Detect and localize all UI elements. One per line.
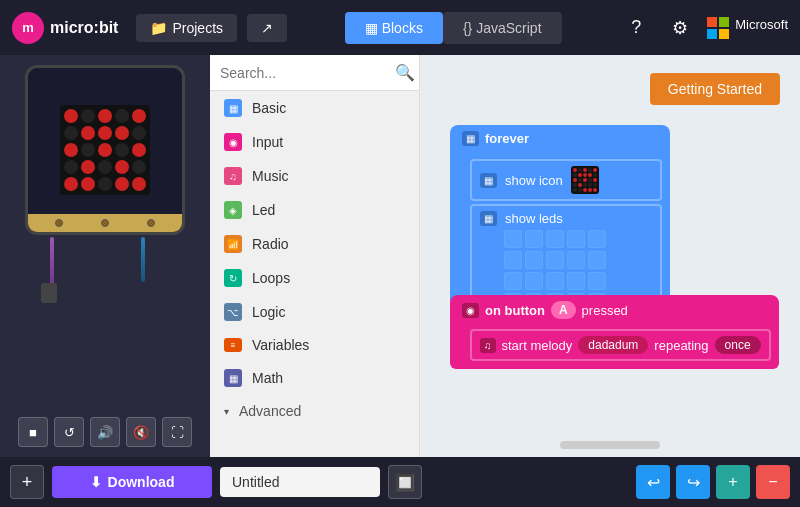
projects-button[interactable]: 📁 Projects xyxy=(136,14,237,42)
blocks-icon: ▦ xyxy=(365,20,382,36)
lc-2[interactable] xyxy=(525,230,543,248)
stop-button[interactable]: ■ xyxy=(18,417,48,447)
save-icon: 🔲 xyxy=(395,473,415,492)
on-button-label: on button xyxy=(485,303,545,318)
canvas-scrollbar[interactable] xyxy=(560,441,660,449)
toolbox-list: ▦ Basic ◉ Input ♫ Music ◈ Led 📶 Radio ↻ … xyxy=(210,91,419,457)
show-leds-label: show leds xyxy=(505,211,563,226)
tab-group: ▦ Blocks {} JavaScript xyxy=(297,12,609,44)
restart-button[interactable]: ↺ xyxy=(54,417,84,447)
toolbox-item-math[interactable]: ▦ Math xyxy=(210,361,419,395)
led-17 xyxy=(81,160,95,174)
lc-13[interactable] xyxy=(546,272,564,290)
forever-icon: ▦ xyxy=(462,131,479,146)
led-22 xyxy=(81,177,95,191)
microsoft-logo[interactable]: Microsoft xyxy=(707,17,788,39)
logic-icon: ⌥ xyxy=(224,303,242,321)
lc-7[interactable] xyxy=(525,251,543,269)
search-input[interactable] xyxy=(220,65,395,81)
add-file-button[interactable]: + xyxy=(10,465,44,499)
led-icon: ◈ xyxy=(224,201,242,219)
button-a-badge[interactable]: A xyxy=(551,301,576,319)
button-pressed-block[interactable]: ◉ on button A pressed ♫ start melody dad… xyxy=(450,295,779,369)
lc-12[interactable] xyxy=(525,272,543,290)
show-icon-block[interactable]: ▦ show icon xyxy=(470,159,662,201)
zoom-out-button[interactable]: − xyxy=(756,465,790,499)
undo-button[interactable]: ↩ xyxy=(636,465,670,499)
repeat-type-badge[interactable]: once xyxy=(715,336,761,354)
bottom-bar: + ⬇ Download 🔲 ↩ ↪ + − xyxy=(0,457,800,507)
lc-6[interactable] xyxy=(504,251,522,269)
lc-9[interactable] xyxy=(567,251,585,269)
loops-label: Loops xyxy=(252,270,290,286)
projects-label: Projects xyxy=(172,20,223,36)
variables-icon: ≡ xyxy=(224,338,242,352)
help-button[interactable]: ? xyxy=(619,11,653,45)
led-18 xyxy=(98,160,112,174)
melody-icon: ♫ xyxy=(480,338,496,353)
lc-10[interactable] xyxy=(588,251,606,269)
tab-javascript[interactable]: {} JavaScript xyxy=(443,12,562,44)
led-13 xyxy=(98,143,112,157)
lc-5[interactable] xyxy=(588,230,606,248)
toolbox-item-input[interactable]: ◉ Input xyxy=(210,125,419,159)
lc-1[interactable] xyxy=(504,230,522,248)
basic-label: Basic xyxy=(252,100,286,116)
tab-blocks[interactable]: ▦ Blocks xyxy=(345,12,443,44)
header: m micro:bit 📁 Projects ↗ ▦ Blocks {} Jav… xyxy=(0,0,800,55)
forever-label: forever xyxy=(485,131,529,146)
toolbox-item-radio[interactable]: 📶 Radio xyxy=(210,227,419,261)
share-icon: ↗ xyxy=(261,20,273,36)
button-pressed-header: ◉ on button A pressed xyxy=(450,295,779,325)
melody-block[interactable]: ♫ start melody dadadum repeating once xyxy=(470,329,771,361)
fullscreen-button[interactable]: ⛶ xyxy=(162,417,192,447)
header-right: ? ⚙ Microsoft xyxy=(619,11,788,45)
melody-name-badge[interactable]: dadadum xyxy=(578,336,648,354)
js-icon: {} xyxy=(463,20,476,36)
toolbox-item-advanced[interactable]: ▾ Advanced xyxy=(210,395,419,427)
sim-controls: ■ ↺ 🔊 🔇 ⛶ xyxy=(18,409,192,447)
toolbox-item-variables[interactable]: ≡ Variables xyxy=(210,329,419,361)
lc-3[interactable] xyxy=(546,230,564,248)
forever-header: ▦ forever xyxy=(450,125,670,152)
wire-area xyxy=(25,237,185,307)
pin-0 xyxy=(55,219,63,227)
toolbox-item-music[interactable]: ♫ Music xyxy=(210,159,419,193)
pin-1 xyxy=(101,219,109,227)
led-4 xyxy=(115,109,129,123)
logo-area: m micro:bit xyxy=(12,12,118,44)
mute-button[interactable]: 🔊 xyxy=(90,417,120,447)
folder-icon: 📁 xyxy=(150,20,167,36)
download-button[interactable]: ⬇ Download xyxy=(52,466,212,498)
pin-row xyxy=(28,214,182,232)
lc-11[interactable] xyxy=(504,272,522,290)
led-9 xyxy=(115,126,129,140)
led-6 xyxy=(64,126,78,140)
toolbox-item-logic[interactable]: ⌥ Logic xyxy=(210,295,419,329)
lc-14[interactable] xyxy=(567,272,585,290)
lc-15[interactable] xyxy=(588,272,606,290)
led-label: Led xyxy=(252,202,275,218)
project-name-input[interactable] xyxy=(220,467,380,497)
toolbox-item-led[interactable]: ◈ Led xyxy=(210,193,419,227)
share-button[interactable]: ↗ xyxy=(247,14,287,42)
volume-button[interactable]: 🔇 xyxy=(126,417,156,447)
settings-button[interactable]: ⚙ xyxy=(663,11,697,45)
microbit-device xyxy=(25,65,185,235)
toolbox-item-loops[interactable]: ↻ Loops xyxy=(210,261,419,295)
getting-started-button[interactable]: Getting Started xyxy=(650,73,780,105)
pressed-label: pressed xyxy=(582,303,628,318)
canvas-area[interactable]: Getting Started ▦ forever ▦ show icon xyxy=(420,55,800,457)
toolbox-item-basic[interactable]: ▦ Basic xyxy=(210,91,419,125)
project-save-button[interactable]: 🔲 xyxy=(388,465,422,499)
led-7 xyxy=(81,126,95,140)
zoom-in-button[interactable]: + xyxy=(716,465,750,499)
redo-button[interactable]: ↪ xyxy=(676,465,710,499)
led-15 xyxy=(132,143,146,157)
logic-label: Logic xyxy=(252,304,285,320)
repeating-label: repeating xyxy=(654,338,708,353)
lc-8[interactable] xyxy=(546,251,564,269)
search-button[interactable]: 🔍 xyxy=(395,63,415,82)
search-bar: 🔍 xyxy=(210,55,419,91)
lc-4[interactable] xyxy=(567,230,585,248)
